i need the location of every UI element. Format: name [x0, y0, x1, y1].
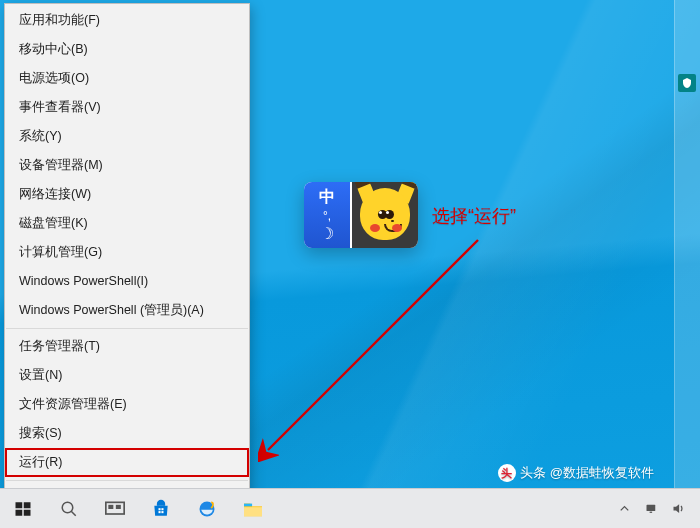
ime-tile[interactable]: 中 °, ☽	[304, 182, 352, 248]
menu-apps-features[interactable]: 应用和功能(F)	[5, 6, 249, 35]
menu-settings[interactable]: 设置(N)	[5, 361, 249, 390]
watermark: 头 头条 @数据蛙恢复软件	[498, 464, 654, 482]
desktop: 中 °, ☽ 选择“运行” 应用和功能(F) 移动中心(B) 电源选项(O) 事…	[0, 0, 700, 528]
ie-icon	[197, 499, 217, 519]
menu-power-options[interactable]: 电源选项(O)	[5, 64, 249, 93]
menu-powershell-admin[interactable]: Windows PowerShell (管理员)(A)	[5, 296, 249, 325]
menu-file-explorer[interactable]: 文件资源管理器(E)	[5, 390, 249, 419]
menu-task-manager[interactable]: 任务管理器(T)	[5, 332, 249, 361]
menu-event-viewer[interactable]: 事件查看器(V)	[5, 93, 249, 122]
taskbar-app-explorer[interactable]	[230, 489, 276, 529]
watermark-handle: @数据蛙恢复软件	[550, 464, 654, 482]
winx-menu: 应用和功能(F) 移动中心(B) 电源选项(O) 事件查看器(V) 系统(Y) …	[4, 3, 250, 528]
task-view-icon	[105, 501, 125, 517]
svg-rect-2	[24, 502, 31, 508]
security-tray-icon[interactable]	[678, 74, 696, 92]
menu-separator	[6, 328, 248, 329]
pikachu-avatar	[352, 182, 418, 248]
svg-rect-10	[159, 508, 161, 510]
svg-rect-9	[116, 504, 121, 508]
menu-device-manager[interactable]: 设备管理器(M)	[5, 151, 249, 180]
taskbar	[0, 488, 700, 528]
ime-lang-label: 中	[319, 187, 335, 208]
svg-rect-12	[159, 511, 161, 513]
ime-floating-widget[interactable]: 中 °, ☽	[304, 182, 418, 248]
windows-logo-icon	[14, 500, 32, 518]
store-icon	[151, 499, 171, 519]
menu-disk-management[interactable]: 磁盘管理(K)	[5, 209, 249, 238]
search-icon	[60, 500, 78, 518]
tray-volume-icon[interactable]	[671, 501, 686, 516]
svg-rect-15	[244, 507, 262, 516]
file-explorer-icon	[242, 500, 264, 518]
svg-rect-4	[24, 509, 31, 515]
task-view-button[interactable]	[92, 489, 138, 529]
menu-run[interactable]: 运行(R)	[5, 448, 249, 477]
tray-chevron-icon[interactable]	[617, 501, 632, 516]
menu-powershell[interactable]: Windows PowerShell(I)	[5, 267, 249, 296]
watermark-prefix: 头条	[520, 464, 546, 482]
taskbar-app-ie[interactable]	[184, 489, 230, 529]
menu-mobility-center[interactable]: 移动中心(B)	[5, 35, 249, 64]
taskbar-app-store[interactable]	[138, 489, 184, 529]
svg-line-6	[71, 511, 76, 516]
svg-point-5	[62, 502, 73, 513]
menu-computer-management[interactable]: 计算机管理(G)	[5, 238, 249, 267]
svg-rect-13	[161, 511, 163, 513]
svg-line-0	[268, 240, 478, 450]
annotation-arrow	[258, 232, 498, 462]
watermark-logo: 头	[498, 464, 516, 482]
annotation-text: 选择“运行”	[432, 204, 516, 228]
ime-punct-label: °,	[323, 209, 331, 223]
svg-rect-3	[16, 509, 23, 515]
start-button[interactable]	[0, 489, 46, 529]
svg-rect-16	[244, 503, 252, 506]
svg-rect-11	[161, 508, 163, 510]
menu-network-connections[interactable]: 网络连接(W)	[5, 180, 249, 209]
menu-system[interactable]: 系统(Y)	[5, 122, 249, 151]
svg-rect-17	[647, 505, 656, 511]
svg-rect-8	[108, 504, 113, 508]
ime-mode-label: ☽	[320, 224, 334, 243]
svg-rect-18	[650, 512, 653, 513]
svg-rect-1	[16, 502, 23, 508]
menu-separator	[6, 480, 248, 481]
tray-network-icon[interactable]	[644, 501, 659, 516]
menu-search[interactable]: 搜索(S)	[5, 419, 249, 448]
taskbar-search-button[interactable]	[46, 489, 92, 529]
